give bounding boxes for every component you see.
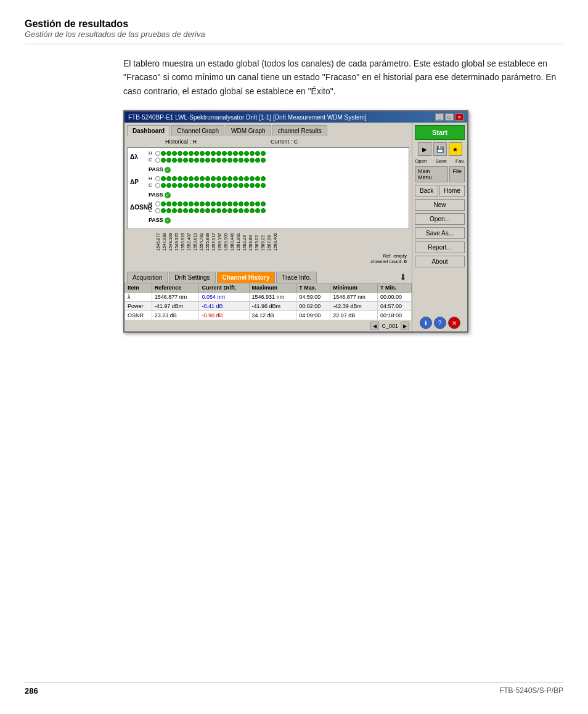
icon-row: ▶ 💾 ★ [415, 142, 465, 156]
col-minimum: Minimum [330, 283, 378, 293]
col-maximum: Maximum [249, 283, 296, 293]
ch-num-4: 1549.325 [173, 233, 179, 251]
pass-text-lambda: PASS [149, 166, 165, 172]
icon-labels: Open Save Fav. [415, 158, 465, 164]
dot-h-12 [216, 151, 221, 156]
nav-next-button[interactable]: ▶ [401, 322, 409, 330]
dot-pc-1 [154, 182, 161, 189]
dot-h-7 [189, 151, 194, 156]
dot-c-9 [200, 158, 205, 163]
pass-badge-lambda: PASS ✓ [149, 165, 406, 173]
dot-pc-2 [161, 183, 166, 188]
dot-oh-5 [178, 201, 182, 206]
cell-min-power: -42.39 dBm [330, 302, 378, 311]
close-circle-button[interactable]: ✕ [448, 317, 460, 329]
info-circle-button[interactable]: ℹ [420, 317, 432, 329]
footer-page-number: 286 [25, 686, 38, 696]
dot-c-8 [194, 158, 199, 163]
dot-c-3 [166, 158, 171, 163]
dot-h-16 [239, 151, 243, 156]
dot-oh-10 [205, 201, 210, 206]
open-button[interactable]: Open... [415, 213, 465, 225]
dot-oc-20 [261, 208, 266, 213]
ch-num-16: 1563.80 [247, 233, 253, 251]
dot-ph-9 [200, 176, 205, 181]
dot-oc-7 [189, 208, 194, 213]
historical-bar: Historical : H Current : C [127, 139, 409, 145]
cell-tmin-lambda: 00:00:00 [377, 293, 411, 302]
dot-h-13 [222, 151, 227, 156]
maximize-button[interactable]: □ [445, 113, 454, 121]
cell-min-lambda: 1546.877 nm [330, 293, 378, 302]
play-button[interactable]: ▶ [418, 142, 431, 156]
close-button[interactable]: ✕ [455, 113, 463, 121]
back-button[interactable]: Back [415, 185, 438, 197]
dot-ph-13 [222, 176, 227, 181]
about-button[interactable]: About [415, 256, 465, 267]
cell-tmax-lambda: 04:59:00 [296, 293, 330, 302]
tab-trace-info[interactable]: Trace Info. [276, 272, 316, 283]
file-menu-item[interactable]: File [449, 166, 465, 182]
dot-pc-14 [227, 183, 232, 188]
ref-empty-value: 0 [404, 259, 407, 264]
param-row-power: ΔP H [130, 176, 406, 188]
dot-oh-4 [172, 201, 177, 206]
col-t-max: T Max. [296, 283, 330, 293]
lambda-hc-rows: H [149, 150, 266, 163]
titlebar-controls: _ □ ✕ [435, 113, 463, 121]
osnr-hc-rows: H [149, 201, 266, 213]
dot-oh-11 [211, 201, 216, 206]
tab-dashboard[interactable]: Dashboard [127, 125, 170, 136]
tab-drift-settings[interactable]: Drift Settings [169, 272, 215, 283]
main-menu-item[interactable]: Main Menu [415, 166, 448, 182]
tab-acquisition[interactable]: Acquisition [127, 272, 168, 283]
home-button[interactable]: Home [439, 185, 465, 197]
dot-oc-17 [244, 208, 249, 213]
fav-icon-button[interactable]: ★ [449, 142, 462, 156]
cell-max-lambda: 1546.931 nm [249, 293, 296, 302]
dot-ph-6 [183, 176, 188, 181]
page-subtitle: Gestión de los resultados de las pruebas… [25, 30, 563, 39]
dot-c-5 [178, 158, 182, 163]
c-label-p: C [149, 182, 155, 188]
tab-channel-graph[interactable]: Channel Graph [171, 125, 224, 136]
dot-ph-11 [211, 176, 216, 181]
dot-pc-5 [178, 183, 182, 188]
dot-oc-16 [239, 208, 243, 213]
dot-c-20 [261, 158, 266, 163]
pass-circle-power: ✓ [165, 192, 171, 198]
table-header-row: Item Reference Current Drift. Maximum T … [125, 283, 412, 293]
help-circle-button[interactable]: ? [434, 317, 446, 329]
dot-pc-10 [205, 183, 210, 188]
dot-h-4 [172, 151, 177, 156]
tab-channel-results[interactable]: channel Results [272, 125, 327, 136]
dot-oh-17 [244, 201, 249, 206]
dot-c-13 [222, 158, 227, 163]
start-button[interactable]: Start [415, 125, 465, 140]
cell-min-osnr: 22.07 dB [330, 311, 378, 320]
tab-wdm-graph[interactable]: WDM Graph [226, 125, 271, 136]
cell-ref-power: -41.97 dBm [152, 302, 199, 311]
new-button[interactable]: New [415, 199, 465, 211]
h-label-o: H [149, 201, 155, 206]
save-icon-button[interactable]: 💾 [433, 142, 447, 156]
cell-item-power: Power [125, 302, 152, 311]
tab-channel-history[interactable]: Channel History [217, 272, 276, 283]
dot-h-1 [154, 150, 161, 156]
dot-c-2 [161, 158, 166, 163]
save-as-button[interactable]: Save As... [415, 227, 465, 239]
cell-drift-osnr: -0.90 dB [199, 311, 249, 320]
cell-tmin-osnr: 00:18:00 [377, 311, 411, 320]
minimize-button[interactable]: _ [435, 113, 444, 121]
dot-oh-8 [194, 201, 199, 206]
dot-oc-4 [172, 208, 177, 213]
page-header: Gestión de resultados Gestión de los res… [25, 18, 563, 44]
nav-prev-button[interactable]: ◀ [370, 322, 379, 330]
dot-ph-17 [244, 176, 249, 181]
dot-c-4 [172, 158, 177, 163]
label-open: Open [415, 158, 427, 164]
down-arrow-container: ⬇ [399, 272, 409, 283]
report-button[interactable]: Report... [415, 241, 465, 253]
historical-label: Historical : H [165, 139, 197, 145]
cell-ref-osnr: 23.23 dB [152, 311, 199, 320]
